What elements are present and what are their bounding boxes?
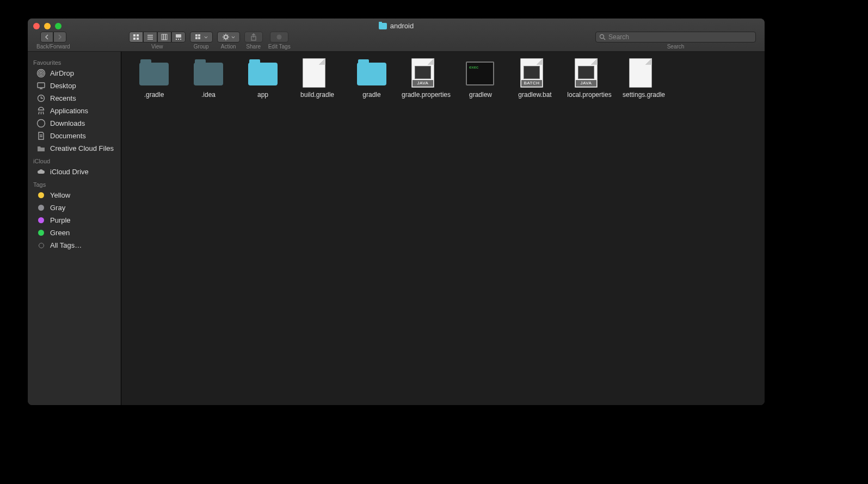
content[interactable]: .gradle.ideaappbuild.gradlegradleJAVAgra… bbox=[121, 52, 765, 405]
file-item[interactable]: gradle bbox=[344, 58, 399, 99]
sidebar-item-yellow[interactable]: Yellow bbox=[28, 189, 121, 201]
view-gallery-button[interactable] bbox=[171, 32, 186, 42]
svg-line-30 bbox=[604, 38, 605, 40]
file-item[interactable]: settings.gradle bbox=[617, 58, 671, 99]
svg-rect-17 bbox=[198, 37, 200, 39]
sidebar-item-recents[interactable]: Recents bbox=[28, 92, 121, 105]
svg-rect-2 bbox=[133, 38, 136, 40]
sidebar-item-creative-cloud-files[interactable]: Creative Cloud Files bbox=[28, 142, 121, 155]
share-button[interactable] bbox=[244, 32, 263, 42]
sidebar-heading: Tags bbox=[28, 178, 121, 189]
file-icon: JAVA bbox=[575, 58, 604, 88]
svg-rect-10 bbox=[176, 34, 181, 38]
sidebar-item-airdrop[interactable]: AirDrop bbox=[28, 67, 121, 79]
search-group: Search bbox=[595, 32, 756, 50]
svg-rect-1 bbox=[137, 34, 139, 36]
sidebar-item-purple[interactable]: Purple bbox=[28, 214, 121, 226]
tag-dot-icon bbox=[36, 228, 46, 237]
sidebar-item-green[interactable]: Green bbox=[28, 226, 121, 239]
tag-icon bbox=[276, 34, 282, 40]
grid-icon bbox=[133, 34, 139, 40]
sidebar-item-documents[interactable]: Documents bbox=[28, 130, 121, 142]
svg-point-18 bbox=[224, 35, 227, 39]
svg-point-29 bbox=[600, 35, 604, 39]
nav-label: Back/Forward bbox=[36, 44, 70, 50]
sidebar-item-label: All Tags… bbox=[50, 241, 82, 249]
action-button[interactable] bbox=[217, 32, 240, 42]
svg-rect-34 bbox=[38, 83, 45, 88]
recents-icon bbox=[36, 94, 46, 103]
svg-rect-0 bbox=[133, 34, 136, 36]
back-button[interactable] bbox=[40, 32, 53, 42]
tag-dot-icon bbox=[36, 241, 46, 250]
file-label: gradlew bbox=[469, 91, 492, 99]
group-label: Group bbox=[194, 44, 209, 50]
file-icon bbox=[629, 58, 658, 88]
sidebar-heading: iCloud bbox=[28, 155, 121, 166]
file-item[interactable]: .idea bbox=[181, 58, 236, 99]
share-icon bbox=[250, 33, 257, 41]
sidebar-item-downloads[interactable]: Downloads bbox=[28, 117, 121, 130]
view-group: View bbox=[129, 32, 186, 50]
folder-icon bbox=[194, 58, 223, 88]
sidebar-item-icloud-drive[interactable]: iCloud Drive bbox=[28, 166, 121, 178]
folder-icon bbox=[139, 58, 169, 88]
file-label: gradlew.bat bbox=[518, 91, 551, 99]
file-item[interactable]: JAVAlocal.properties bbox=[562, 58, 617, 99]
group-icon bbox=[195, 34, 202, 40]
folder-icon bbox=[248, 58, 278, 88]
file-label: gradle bbox=[362, 91, 380, 99]
view-list-button[interactable] bbox=[143, 32, 157, 42]
cloud-icon bbox=[36, 167, 46, 176]
search-input[interactable] bbox=[608, 33, 752, 41]
view-icons-button[interactable] bbox=[129, 32, 143, 42]
edit-tags-label: Edit Tags bbox=[268, 44, 291, 50]
file-item[interactable]: .gradle bbox=[127, 58, 181, 99]
file-item[interactable]: app bbox=[236, 58, 290, 99]
forward-button[interactable] bbox=[53, 32, 66, 42]
chevron-down-icon bbox=[204, 36, 208, 39]
sidebar-item-label: Green bbox=[50, 229, 70, 237]
search-box[interactable] bbox=[595, 32, 756, 42]
toolbar: Back/Forward bbox=[36, 32, 756, 51]
svg-rect-15 bbox=[198, 34, 200, 36]
svg-rect-14 bbox=[195, 34, 198, 36]
columns-icon bbox=[161, 34, 168, 40]
svg-rect-11 bbox=[176, 39, 177, 40]
edit-tags-button[interactable] bbox=[270, 32, 288, 42]
apps-icon bbox=[36, 106, 46, 115]
action-label: Action bbox=[221, 44, 236, 50]
sidebar-item-label: AirDrop bbox=[50, 69, 74, 77]
sidebar-item-label: Yellow bbox=[50, 191, 70, 199]
file-item[interactable]: build.gradle bbox=[290, 58, 344, 99]
file-label: app bbox=[257, 91, 268, 99]
file-label: .idea bbox=[201, 91, 216, 99]
svg-rect-9 bbox=[165, 34, 167, 40]
file-label: build.gradle bbox=[300, 91, 334, 99]
svg-rect-7 bbox=[162, 34, 163, 40]
file-label: local.properties bbox=[567, 91, 611, 99]
file-item[interactable]: JAVAgradle.properties bbox=[399, 58, 453, 99]
file-label: .gradle bbox=[144, 91, 164, 99]
list-icon bbox=[147, 34, 153, 40]
sidebar-item-label: Desktop bbox=[50, 82, 76, 90]
sidebar-item-all-tags-[interactable]: All Tags… bbox=[28, 239, 121, 252]
search-label: Search bbox=[667, 44, 685, 50]
sidebar-item-desktop[interactable]: Desktop bbox=[28, 79, 121, 92]
svg-line-24 bbox=[227, 39, 227, 39]
svg-line-23 bbox=[224, 35, 224, 35]
sidebar-item-applications[interactable]: Applications bbox=[28, 105, 121, 117]
sidebar-item-label: Applications bbox=[50, 107, 88, 115]
svg-rect-13 bbox=[180, 39, 181, 40]
svg-rect-3 bbox=[137, 38, 139, 40]
sidebar-item-gray[interactable]: Gray bbox=[28, 201, 121, 214]
file-item[interactable]: BATCHgradlew.bat bbox=[508, 58, 562, 99]
window-title-text: android bbox=[390, 22, 414, 30]
view-columns-button[interactable] bbox=[157, 32, 171, 42]
chevron-right-icon bbox=[58, 34, 62, 40]
group-group: Group bbox=[190, 32, 213, 50]
file-icon: BATCH bbox=[520, 58, 550, 88]
group-button[interactable] bbox=[190, 32, 213, 42]
file-item[interactable]: execgradlew bbox=[453, 58, 508, 99]
gallery-icon bbox=[175, 34, 182, 40]
